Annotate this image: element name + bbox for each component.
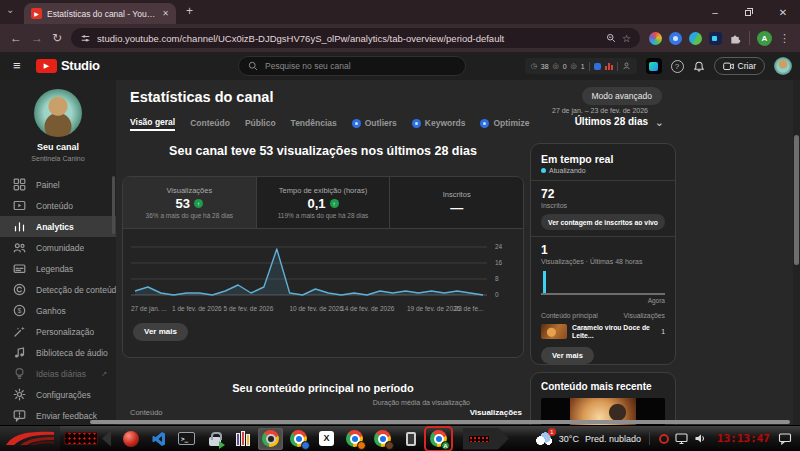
see-more-button[interactable]: Ver mais — [133, 323, 188, 341]
taskbar-clock[interactable]: 13:13:47 — [717, 432, 770, 445]
tab-p-blico[interactable]: Público — [245, 118, 276, 130]
browser-profile-avatar[interactable]: A — [757, 31, 772, 46]
display-icon[interactable] — [675, 432, 688, 445]
metric-card-visualiza-es[interactable]: Visualizações53↑36% a mais do que há 28 … — [123, 177, 257, 228]
realtime-bar-chart[interactable] — [541, 269, 665, 295]
speaker-icon[interactable] — [694, 432, 707, 445]
window-close-button[interactable]: ✕ — [766, 0, 800, 24]
browser-tab[interactable]: ▶ Estatísticas do canal - YouTube ✕ — [24, 3, 176, 24]
sidebar-item-biblioteca-de-udio[interactable]: Biblioteca de áudio — [0, 342, 116, 363]
tab-search-chevron-icon[interactable]: ⌄ — [6, 4, 14, 15]
notifications-bell-icon[interactable] — [693, 60, 705, 73]
sidebar-item-ideias-di-rias[interactable]: Ideias diárias↗ — [0, 363, 116, 384]
forward-icon[interactable]: → — [31, 32, 43, 44]
video-title: Caramelo virou Doce de Leite... — [572, 324, 656, 340]
scrollbar-thumb[interactable] — [794, 135, 799, 265]
taskbar-app-vscode[interactable] — [146, 428, 171, 450]
taskbar-app-winrar[interactable] — [230, 428, 255, 450]
tray-app-icon[interactable] — [659, 434, 669, 444]
tab-close-icon[interactable]: ✕ — [162, 9, 169, 18]
sidebar-item-label: Enviar feedback — [36, 411, 97, 421]
horizontal-scrollbar-thumb[interactable] — [90, 420, 790, 424]
advanced-mode-button[interactable]: Modo avançado — [582, 87, 663, 105]
sidebar-item-analytics[interactable]: Analytics — [0, 216, 116, 237]
sidebar-scrollbar[interactable] — [112, 176, 115, 234]
chart-y-axis: 081624 — [491, 237, 517, 301]
create-button[interactable]: Criar — [714, 57, 765, 75]
sidebar-item-legendas[interactable]: Legendas — [0, 258, 116, 279]
column-header-duration[interactable]: Duração média da visualização — [364, 398, 470, 407]
live-subscriber-count-button[interactable]: Ver contagem de inscritos ao vivo — [541, 214, 665, 230]
metric-card-tempo-de-exibi-o-horas-[interactable]: Tempo de exibição (horas)0,1↑119% a mais… — [257, 177, 391, 228]
rog-logo-icon[interactable] — [0, 426, 60, 451]
extension-stats-pill[interactable]: ◷ 38 ◎ 0 ◎ 1 — [525, 58, 637, 74]
page-body: Seu canal Sentinela Canino PainelConteúd… — [0, 80, 800, 425]
extension-icon[interactable] — [669, 32, 682, 45]
taskbar-app-red-sphere-app[interactable] — [118, 428, 143, 450]
tab-outliers[interactable]: Outliers — [352, 118, 397, 130]
sidebar-item-painel[interactable]: Painel — [0, 174, 116, 195]
taskbar-app-capcut[interactable]: X — [314, 428, 339, 450]
date-picker[interactable]: 27 de jan. – 23 de fev. de 2026 Últimos … — [552, 107, 648, 127]
new-tab-button[interactable]: + — [186, 4, 193, 18]
tab-optimize[interactable]: Optimize — [480, 118, 529, 130]
extension-mini-icon[interactable] — [594, 63, 601, 70]
vertical-scrollbar[interactable] — [793, 80, 800, 425]
window-minimize-button[interactable]: – — [698, 0, 732, 24]
sidebar-item-detec-o-de-conte-do[interactable]: Detecção de conteúdo — [0, 279, 116, 300]
tab-keywords[interactable]: Keywords — [412, 118, 466, 130]
window-restore-button[interactable] — [732, 0, 766, 24]
realtime-see-more-button[interactable]: Ver mais — [541, 347, 594, 364]
sidebar-item-comunidade[interactable]: Comunidade — [0, 237, 116, 258]
chart-mini-icon[interactable] — [605, 63, 613, 70]
browser-menu-icon[interactable]: ⋮ — [779, 32, 790, 45]
channel-avatar[interactable] — [34, 89, 82, 137]
hamburger-menu-icon[interactable]: ≡ — [13, 58, 21, 73]
overview-card: Visualizações53↑36% a mais do que há 28 … — [122, 176, 524, 358]
url-text[interactable]: studio.youtube.com/channel/UCx0izB-DJDgs… — [97, 33, 600, 44]
extension-icon[interactable] — [649, 32, 662, 45]
taskbar-app-file-transfer[interactable] — [202, 428, 227, 450]
channel-avatar-small[interactable] — [774, 57, 792, 75]
notifications-icon[interactable] — [778, 432, 792, 445]
taskbar-app-chrome-brown-badge[interactable] — [370, 428, 395, 450]
sidebar-item-label: Painel — [36, 180, 60, 190]
community-icon — [13, 241, 26, 254]
extension-icon[interactable] — [689, 32, 702, 45]
reload-icon[interactable]: ↻ — [52, 32, 62, 44]
tab-vis-o-geral[interactable]: Visão geral — [130, 117, 175, 131]
bookmark-star-icon[interactable]: ☆ — [622, 33, 631, 44]
chevron-down-icon[interactable]: ⌄ — [655, 116, 664, 129]
help-icon[interactable]: ? — [671, 60, 684, 73]
taskbar-app-terminal[interactable]: >_ — [174, 428, 199, 450]
sidebar-item-ganhos[interactable]: $Ganhos — [0, 300, 116, 321]
column-header-content[interactable]: Conteúdo — [130, 408, 163, 417]
back-icon[interactable]: ← — [10, 32, 22, 44]
weather-widget[interactable]: 1 30°C Pred. nublado — [534, 432, 641, 445]
realtime-video-row[interactable]: Caramelo virou Doce de Leite... 1 — [541, 324, 665, 340]
person-icon[interactable] — [622, 61, 631, 71]
sidebar-item-personaliza-o[interactable]: Personalização — [0, 321, 116, 342]
taskbar-app-chrome-orange-badge[interactable] — [342, 428, 367, 450]
views-line-chart[interactable] — [131, 237, 487, 301]
address-bar[interactable]: studio.youtube.com/channel/UCx0izB-DJDgs… — [71, 28, 640, 48]
sidebar-item-conte-do[interactable]: Conteúdo — [0, 195, 116, 216]
vidiq-extension-icon[interactable] — [646, 58, 662, 74]
extension-icon[interactable] — [709, 32, 722, 45]
column-header-views[interactable]: Visualizações — [446, 408, 522, 417]
tab-conte-do[interactable]: Conteúdo — [190, 118, 230, 130]
tab-tend-ncias[interactable]: Tendências — [291, 118, 337, 130]
taskbar-app-chrome-blue-badge[interactable] — [286, 428, 311, 450]
realtime-subs-value: 72 — [541, 187, 665, 201]
zoom-icon[interactable] — [606, 33, 616, 43]
search-input[interactable]: Pesquise no seu canal — [238, 56, 466, 76]
sidebar-item-configura-es[interactable]: Configurações — [0, 384, 116, 405]
taskbar-app-chrome-green-badge[interactable]: A — [426, 428, 451, 450]
taskbar-app-chrome-dark[interactable] — [258, 428, 283, 450]
extensions-puzzle-icon[interactable] — [729, 32, 742, 45]
studio-logo[interactable]: ▶ Studio — [36, 58, 100, 73]
taskbar-app-phone-link[interactable] — [398, 428, 423, 450]
realtime-col-content: Conteúdo principal — [541, 312, 598, 319]
site-settings-icon[interactable] — [80, 33, 91, 44]
metric-card-inscritos[interactable]: Inscritos— — [390, 177, 523, 228]
